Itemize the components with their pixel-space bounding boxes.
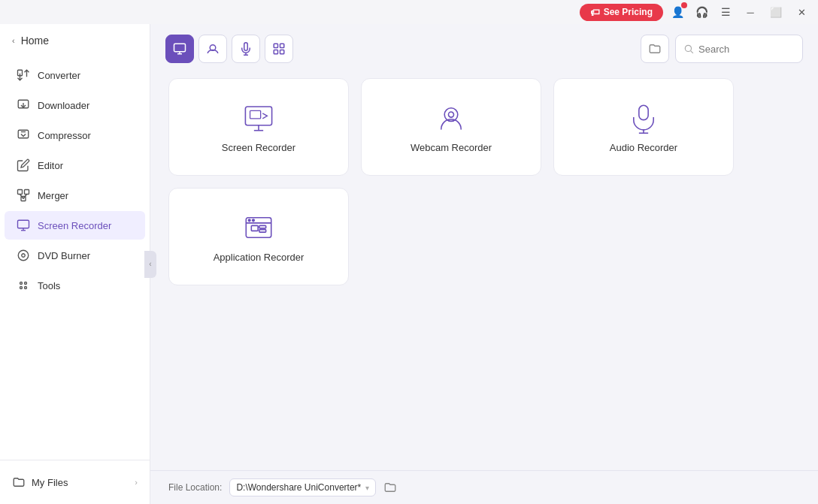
see-pricing-label: See Pricing (604, 7, 653, 17)
merger-label: Merger (38, 190, 68, 201)
tab-webcam[interactable] (198, 35, 227, 63)
svg-rect-25 (274, 44, 277, 47)
screen-recorder-card-icon (242, 101, 275, 134)
support-button[interactable]: 🎧 (692, 2, 711, 22)
back-chevron-icon: ‹ (12, 36, 15, 45)
svg-point-18 (20, 287, 23, 289)
svg-rect-27 (274, 50, 277, 54)
collapse-handle[interactable]: ‹ (144, 251, 156, 278)
search-box (675, 35, 803, 63)
folder-button[interactable] (641, 35, 669, 63)
svg-point-29 (685, 45, 691, 51)
cards-row-2: Application Recorder (168, 188, 800, 285)
sidebar-item-my-files[interactable]: My Files › (0, 468, 150, 496)
file-location-path: D:\Wondershare UniConverter* (236, 482, 361, 493)
converter-icon (17, 68, 30, 82)
merger-icon (17, 189, 30, 202)
svg-point-42 (253, 219, 255, 222)
restore-button[interactable]: ⬜ (765, 2, 786, 23)
compressor-label: Compressor (38, 130, 91, 141)
sidebar-nav: Converter Downloader (0, 57, 150, 460)
svg-rect-26 (280, 44, 284, 47)
sidebar-bottom: My Files › (0, 460, 150, 504)
screen-recorder-card-label: Screen Recorder (222, 142, 295, 153)
svg-point-19 (25, 287, 27, 289)
svg-rect-7 (18, 190, 23, 195)
audio-recorder-card-icon (627, 101, 660, 134)
tools-label: Tools (38, 280, 60, 291)
svg-rect-8 (25, 190, 29, 195)
tab-audio[interactable] (232, 35, 260, 63)
account-button[interactable]: 👤 (668, 2, 687, 22)
compressor-icon (17, 128, 30, 142)
search-input[interactable] (698, 44, 795, 55)
dropdown-chevron-icon: ▾ (365, 484, 369, 492)
headset-icon: 🎧 (695, 6, 708, 18)
svg-rect-20 (174, 44, 186, 52)
sidebar-item-dvd-burner[interactable]: DVD Burner (5, 241, 145, 270)
svg-rect-12 (18, 220, 29, 228)
tab-screen[interactable] (165, 35, 194, 63)
sidebar-item-converter[interactable]: Converter (5, 61, 145, 89)
application-recorder-card-label: Application Recorder (214, 252, 304, 263)
sidebar-item-merger[interactable]: Merger (5, 181, 145, 210)
sidebar-item-editor[interactable]: Editor (5, 151, 145, 180)
open-folder-button[interactable] (383, 481, 397, 494)
card-audio-recorder[interactable]: Audio Recorder (553, 78, 734, 176)
screen-recorder-label: Screen Recorder (38, 220, 111, 231)
svg-rect-36 (639, 105, 648, 119)
webcam-recorder-card-icon (435, 101, 468, 134)
file-location-label: File Location: (168, 482, 222, 493)
sidebar: ‹ Home Converter (0, 24, 150, 504)
main-content: Screen Recorder Webcam Recorder (150, 24, 818, 504)
screen-recorder-icon (17, 219, 30, 232)
sidebar-item-downloader[interactable]: Downloader (5, 91, 145, 119)
bottom-bar: File Location: D:\Wondershare UniConvert… (150, 470, 818, 504)
sidebar-item-compressor[interactable]: Compressor (5, 121, 145, 149)
audio-recorder-card-label: Audio Recorder (610, 142, 677, 153)
svg-point-16 (20, 282, 23, 285)
cards-area: Screen Recorder Webcam Recorder (150, 63, 818, 470)
editor-icon (17, 158, 30, 172)
cards-row-1: Screen Recorder Webcam Recorder (168, 78, 800, 176)
title-bar: 🏷 See Pricing 👤 🎧 ☰ ─ ⬜ ✕ (0, 0, 818, 24)
webcam-recorder-card-label: Webcam Recorder (411, 142, 492, 153)
sidebar-home[interactable]: ‹ Home (0, 24, 150, 57)
svg-rect-44 (259, 225, 266, 228)
svg-point-17 (25, 282, 27, 285)
account-badge (681, 2, 687, 8)
my-files-label: My Files (32, 477, 68, 488)
downloader-icon (17, 98, 30, 112)
dvd-burner-icon (17, 249, 30, 262)
svg-point-14 (18, 250, 29, 261)
tab-bar (150, 24, 818, 63)
app-body: ‹ Home Converter (0, 24, 818, 504)
svg-line-30 (691, 51, 693, 53)
minimize-button[interactable]: ─ (740, 2, 761, 23)
downloader-label: Downloader (38, 100, 89, 111)
converter-label: Converter (38, 70, 80, 81)
svg-rect-43 (251, 225, 258, 231)
tag-icon: 🏷 (590, 7, 600, 18)
home-label: Home (21, 35, 49, 47)
search-icon (683, 44, 694, 54)
chevron-right-icon: › (135, 478, 138, 487)
file-location-selector[interactable]: D:\Wondershare UniConverter* ▾ (229, 478, 376, 496)
svg-rect-33 (250, 110, 261, 119)
svg-rect-28 (280, 50, 284, 54)
application-recorder-card-icon (242, 211, 275, 244)
close-button[interactable]: ✕ (791, 2, 812, 23)
title-bar-controls: 🏷 See Pricing 👤 🎧 ☰ ─ ⬜ ✕ (580, 2, 812, 23)
card-application-recorder[interactable]: Application Recorder (168, 188, 349, 285)
sidebar-item-tools[interactable]: Tools (5, 271, 145, 300)
card-webcam-recorder[interactable]: Webcam Recorder (361, 78, 541, 176)
card-screen-recorder[interactable]: Screen Recorder (168, 78, 349, 176)
svg-point-35 (448, 112, 453, 117)
sidebar-item-screen-recorder[interactable]: Screen Recorder (5, 211, 145, 240)
tab-apps[interactable] (265, 35, 293, 63)
menu-button[interactable]: ☰ (716, 2, 735, 22)
svg-point-15 (22, 254, 26, 258)
editor-label: Editor (38, 160, 63, 171)
see-pricing-button[interactable]: 🏷 See Pricing (580, 4, 663, 21)
svg-rect-45 (259, 229, 266, 232)
